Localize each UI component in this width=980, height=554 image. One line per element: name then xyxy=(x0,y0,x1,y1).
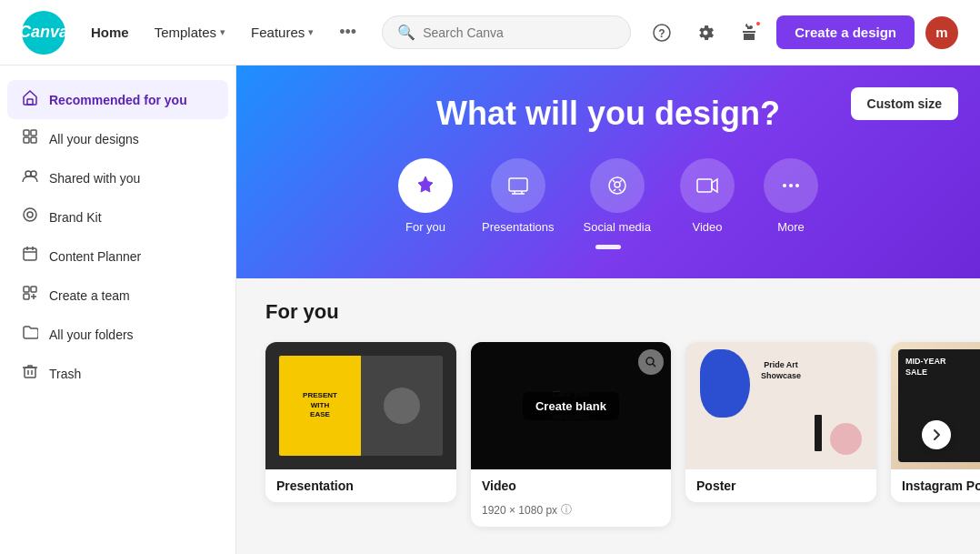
category-more[interactable]: More xyxy=(764,158,818,234)
card-poster[interactable]: Pride ArtShowcase Poster xyxy=(685,342,876,502)
hero-title: What will you design? xyxy=(273,95,944,133)
sidebar-all-designs-label: All your designs xyxy=(49,132,139,146)
for-you-section: For you PRESENTWITHEASE xyxy=(236,278,980,549)
video-label: Video xyxy=(692,220,722,234)
main-content: What will you design? Custom size For yo… xyxy=(236,65,980,554)
nav-features[interactable]: Features ▾ xyxy=(240,17,325,47)
social-media-icon xyxy=(590,158,645,213)
search-icon: 🔍 xyxy=(397,24,415,41)
svg-point-24 xyxy=(783,184,786,187)
info-icon: ⓘ xyxy=(561,502,572,518)
design-categories: For you Presentations Social media xyxy=(273,158,944,234)
social-media-label: Social media xyxy=(584,220,651,234)
category-social-media[interactable]: Social media xyxy=(584,158,651,234)
sidebar-folders-label: All your folders xyxy=(49,327,134,342)
sidebar-item-brand[interactable]: Brand Kit xyxy=(7,197,228,237)
video-icon xyxy=(680,158,735,213)
sidebar-item-team[interactable]: Create a team xyxy=(7,276,228,315)
search-bar: 🔍 xyxy=(382,15,631,49)
for-you-icon xyxy=(398,158,453,213)
home-icon xyxy=(22,89,38,110)
sidebar-trash-label: Trash xyxy=(49,367,81,381)
svg-rect-11 xyxy=(24,248,36,260)
svg-point-8 xyxy=(31,171,36,176)
sidebar-recommended-label: Recommended for you xyxy=(49,93,187,107)
svg-point-9 xyxy=(24,208,36,221)
for-you-label: For you xyxy=(405,220,445,234)
svg-rect-2 xyxy=(27,99,33,105)
video-label: Video xyxy=(471,469,671,502)
sidebar-item-trash[interactable]: Trash xyxy=(7,354,228,393)
sidebar-item-recommended[interactable]: Recommended for you xyxy=(7,80,228,119)
header: Canva Home Templates ▾ Features ▾ ••• 🔍 … xyxy=(0,0,980,65)
card-video[interactable]: Clear yourmind throughmeditation Create … xyxy=(471,342,671,527)
svg-rect-22 xyxy=(509,178,527,191)
svg-point-25 xyxy=(789,184,793,187)
svg-text:?: ? xyxy=(659,27,665,40)
instagram-thumbnail: MID-YEARSALE xyxy=(891,342,980,469)
brand-icon xyxy=(22,206,38,227)
poster-label: Poster xyxy=(685,469,876,502)
sidebar: Recommended for you All your designs Sha… xyxy=(0,65,236,554)
presentation-thumbnail: PRESENTWITHEASE xyxy=(265,342,456,469)
svg-rect-5 xyxy=(24,137,29,143)
svg-rect-3 xyxy=(24,130,29,136)
more-icon xyxy=(764,158,818,213)
sidebar-item-shared[interactable]: Shared with you xyxy=(7,158,228,197)
category-presentations[interactable]: Presentations xyxy=(482,158,555,234)
nav-templates-label: Templates xyxy=(155,25,216,40)
gift-icon[interactable] xyxy=(733,16,765,49)
presentation-label: Presentation xyxy=(265,469,456,502)
section-title: For you xyxy=(265,300,951,324)
shared-icon xyxy=(22,167,38,188)
canva-logo[interactable]: Canva xyxy=(22,11,65,55)
logo-text: Canva xyxy=(19,23,68,42)
video-dimensions: 1920 × 1080 px ⓘ xyxy=(471,502,671,527)
main-layout: Recommended for you All your designs Sha… xyxy=(0,65,980,554)
svg-point-10 xyxy=(27,212,33,217)
trash-icon xyxy=(22,363,38,384)
svg-rect-23 xyxy=(697,179,712,192)
folder-icon xyxy=(22,324,38,345)
svg-rect-18 xyxy=(25,368,35,378)
card-presentation[interactable]: PRESENTWITHEASE Presentation xyxy=(265,342,456,502)
nav-templates[interactable]: Templates ▾ xyxy=(144,17,236,47)
svg-point-26 xyxy=(795,184,799,187)
calendar-icon xyxy=(22,246,38,267)
settings-icon[interactable] xyxy=(689,16,722,49)
svg-rect-6 xyxy=(31,137,36,143)
svg-rect-15 xyxy=(24,287,29,292)
cards-next-button[interactable] xyxy=(922,420,951,449)
indicator-dot xyxy=(595,245,621,249)
category-video[interactable]: Video xyxy=(680,158,735,234)
nav-home-label: Home xyxy=(91,25,129,40)
features-arrow-icon: ▾ xyxy=(308,26,314,38)
gift-badge xyxy=(755,20,762,27)
svg-rect-17 xyxy=(24,294,29,299)
avatar[interactable]: m xyxy=(925,16,958,49)
sidebar-item-all-designs[interactable]: All your designs xyxy=(7,119,228,158)
category-for-you[interactable]: For you xyxy=(398,158,453,234)
poster-thumbnail: Pride ArtShowcase xyxy=(685,342,876,469)
custom-size-button[interactable]: Custom size xyxy=(851,87,958,120)
sidebar-brand-label: Brand Kit xyxy=(49,210,102,225)
search-input[interactable] xyxy=(423,25,615,40)
grid-icon xyxy=(22,128,38,149)
main-nav: Home Templates ▾ Features ▾ ••• xyxy=(80,15,367,49)
hero-indicator xyxy=(273,245,944,249)
cards-row: PRESENTWITHEASE Presentation C xyxy=(265,342,951,527)
sidebar-item-folders[interactable]: All your folders xyxy=(7,315,228,354)
create-design-button[interactable]: Create a design xyxy=(776,15,915,49)
sidebar-item-content[interactable]: Content Planner xyxy=(7,237,228,276)
presentations-icon xyxy=(491,158,545,213)
nav-home[interactable]: Home xyxy=(80,17,140,47)
presentations-label: Presentations xyxy=(482,220,555,234)
nav-more-dots[interactable]: ••• xyxy=(328,15,367,49)
video-thumbnail: Clear yourmind throughmeditation Create … xyxy=(471,342,671,469)
nav-features-label: Features xyxy=(251,25,305,40)
help-icon[interactable]: ? xyxy=(645,16,678,49)
video-create-blank-overlay: Create blank xyxy=(471,342,671,469)
header-icons: ? Create a design m xyxy=(645,15,958,49)
svg-rect-16 xyxy=(31,287,36,292)
sidebar-shared-label: Shared with you xyxy=(49,171,140,186)
